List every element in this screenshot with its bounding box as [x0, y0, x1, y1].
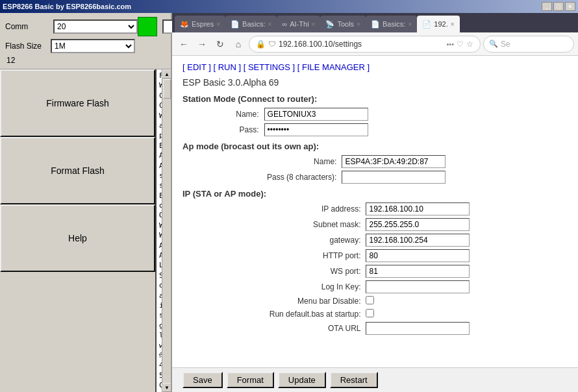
- file-manager-link[interactable]: [ FILE MANAGER ]: [297, 62, 370, 72]
- url-text[interactable]: 192.168.100.10/settings: [279, 40, 444, 49]
- nav-bar: ← → ↻ ⌂ 🔒 🛡 192.168.100.10/settings ••• …: [172, 32, 578, 56]
- url-bar[interactable]: 🔒 🛡 192.168.100.10/settings ••• ♡ ☆: [249, 36, 481, 53]
- tab-tools-close[interactable]: ×: [357, 21, 360, 28]
- login-row: Log In Key:: [182, 279, 568, 295]
- ota-row: OTA URL: [182, 321, 568, 336]
- tab-ai-close[interactable]: ×: [312, 21, 316, 28]
- pass-row: Pass:: [182, 122, 568, 138]
- tab-192-close[interactable]: ×: [451, 21, 455, 28]
- search-bar[interactable]: 🔍 Se: [483, 36, 574, 53]
- subnet-row: Subnet mask:: [182, 217, 568, 232]
- comm-select[interactable]: 20: [53, 19, 138, 34]
- tab-tools-icon: 📡: [325, 20, 334, 29]
- ap-pass-label: Pass (8 characters):: [182, 169, 339, 185]
- scrollbar[interactable]: ▲ ▼: [162, 69, 171, 392]
- tab-basics1[interactable]: 📄 Basics: ×: [225, 16, 277, 32]
- ip-row: IP address:: [182, 201, 568, 217]
- tab-espres-close[interactable]: ×: [216, 21, 220, 28]
- tab-tools[interactable]: 📡 Tools ×: [320, 16, 366, 32]
- page-title: ESP Basic 3.0.Alpha 69: [182, 77, 568, 88]
- name-label: Name:: [182, 106, 262, 122]
- menubar-checkbox[interactable]: [366, 296, 374, 304]
- http-label: HTTP port:: [182, 248, 363, 263]
- ota-input[interactable]: [366, 322, 470, 335]
- web-footer: Save Format Update Restart: [172, 367, 578, 392]
- format-button[interactable]: Format: [227, 372, 274, 388]
- save-button[interactable]: Save: [182, 372, 223, 388]
- ip-label: IP address:: [182, 201, 363, 217]
- ap-mode-header: Ap mode (brocast out its own ap):: [182, 141, 568, 151]
- help-button[interactable]: Help: [0, 204, 155, 272]
- tab-basics1-icon: 📄: [231, 20, 240, 29]
- bookmark-icon[interactable]: ♡: [457, 40, 464, 49]
- ap-name-row: Name:: [182, 154, 568, 169]
- scroll-up[interactable]: ▲: [162, 69, 171, 79]
- ap-pass-row: Pass (8 characters):: [182, 169, 568, 185]
- web-nav-links: [ EDIT ] [ RUN ] [ SETTINGS ] [ FILE MAN…: [182, 62, 568, 72]
- url-options-icon[interactable]: •••: [446, 40, 454, 48]
- run-link[interactable]: [ RUN ]: [213, 62, 241, 72]
- tab-espres-icon: 🦊: [180, 20, 189, 29]
- ip-table: IP address: Subnet mask: gateway: HTTP p…: [182, 201, 568, 336]
- web-content: [ EDIT ] [ RUN ] [ SETTINGS ] [ FILE MAN…: [172, 56, 578, 367]
- ws-input[interactable]: [366, 265, 470, 278]
- format-flash-button[interactable]: Format Flash: [0, 137, 155, 204]
- ip-header: IP (STA or AP mode):: [182, 189, 568, 199]
- name-row: Name:: [182, 106, 568, 122]
- station-mode-table: Name: Pass:: [182, 106, 568, 138]
- login-input[interactable]: [366, 280, 470, 293]
- ap-name-input[interactable]: [342, 155, 446, 168]
- startup-label: Run default.bas at startup:: [182, 308, 363, 321]
- subnet-input[interactable]: [366, 218, 470, 231]
- tab-ai[interactable]: ∞ AI-Thi ×: [277, 16, 320, 32]
- update-button[interactable]: Update: [278, 372, 326, 388]
- home-button[interactable]: ⌂: [231, 36, 246, 52]
- comm-label: Comm: [5, 22, 51, 31]
- tab-192[interactable]: 📄 192. ×: [417, 16, 459, 32]
- window-controls[interactable]: _ □ ×: [542, 2, 575, 11]
- tab-basics1-close[interactable]: ×: [268, 21, 272, 28]
- gateway-input[interactable]: [366, 234, 470, 247]
- search-icon: 🔍: [489, 40, 498, 48]
- gateway-label: gateway:: [182, 232, 363, 248]
- tab-basics2[interactable]: 📄 Basics: ×: [366, 16, 417, 32]
- forward-button[interactable]: →: [194, 36, 210, 52]
- settings-link[interactable]: [ SETTINGS ]: [244, 62, 295, 72]
- http-input[interactable]: [366, 249, 470, 262]
- star-icon[interactable]: ☆: [466, 40, 473, 49]
- flash-label: Flash Size: [5, 42, 51, 51]
- tab-basics2-close[interactable]: ×: [408, 21, 412, 28]
- menubar-row: Menu bar Disable:: [182, 295, 568, 308]
- back-button[interactable]: ←: [176, 36, 192, 52]
- tab-espres[interactable]: 🦊 Espres ×: [175, 16, 225, 32]
- ap-mode-table: Name: Pass (8 characters):: [182, 154, 568, 185]
- pass-input[interactable]: [264, 123, 368, 136]
- scroll-down[interactable]: ▼: [162, 383, 171, 392]
- firmware-flash-button[interactable]: Firmware Flash: [0, 69, 155, 137]
- close-button[interactable]: ×: [565, 2, 575, 11]
- minimize-button[interactable]: _: [542, 2, 552, 11]
- pass-label: Pass:: [182, 122, 262, 138]
- startup-checkbox[interactable]: [366, 309, 374, 317]
- edit-link[interactable]: [ EDIT ]: [182, 62, 211, 72]
- browser-panel: 🦊 Espres × 📄 Basics: × ∞ AI-Thi × 📡 Tool…: [172, 13, 578, 392]
- browser-tabs: 🦊 Espres × 📄 Basics: × ∞ AI-Thi × 📡 Tool…: [172, 13, 578, 32]
- refresh-button[interactable]: ↻: [212, 36, 228, 52]
- tab-ai-icon: ∞: [282, 20, 287, 28]
- ap-pass-input[interactable]: [342, 171, 446, 184]
- flash-select[interactable]: 1M: [51, 39, 135, 53]
- serial-output: Failed Wifi ConnectCreating WIFI access …: [155, 69, 162, 392]
- sidebar-buttons: Firmware Flash Format Flash Help: [0, 69, 155, 392]
- ota-label: OTA URL: [182, 321, 363, 336]
- login-label: Log In Key:: [182, 279, 363, 295]
- menubar-label: Menu bar Disable:: [182, 295, 363, 308]
- ap-name-label: Name:: [182, 154, 339, 169]
- maximize-button[interactable]: □: [553, 2, 564, 11]
- comm-row: Comm 20 connect Send: [5, 17, 166, 36]
- shield-icon: 🛡: [268, 40, 276, 49]
- ip-input[interactable]: [366, 202, 470, 215]
- name-input[interactable]: [264, 108, 368, 121]
- station-mode-header: Station Mode (Connect to router):: [182, 94, 568, 104]
- scroll-thumb[interactable]: [163, 79, 171, 99]
- restart-button[interactable]: Restart: [330, 372, 378, 388]
